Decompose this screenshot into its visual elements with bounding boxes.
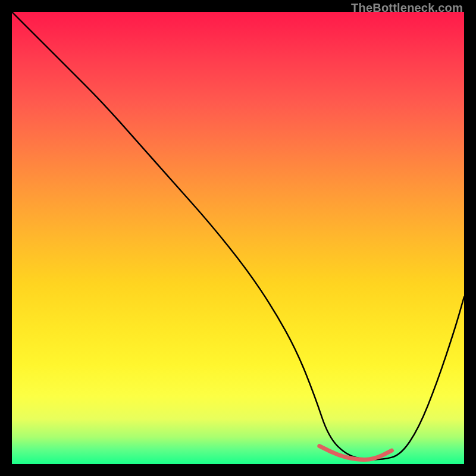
- accent-segment: [320, 446, 392, 460]
- watermark-text: TheBottleneck.com: [351, 1, 463, 15]
- curve-svg: [12, 12, 464, 464]
- chart-container: TheBottleneck.com: [0, 0, 476, 476]
- bottleneck-curve: [12, 12, 464, 459]
- plot-area: [12, 12, 464, 464]
